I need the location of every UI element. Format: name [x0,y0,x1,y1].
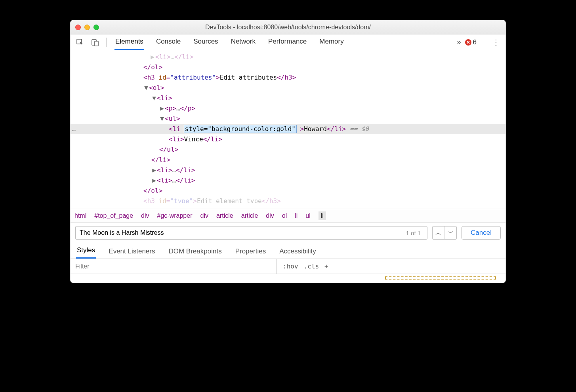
error-icon: ✕ [465,39,471,46]
dom-node[interactable]: <h3 id="attributes">Edit attributes</h3> [71,72,505,83]
window-title: DevTools - localhost:8080/web/tools/chro… [71,24,505,31]
dom-node[interactable]: </ol> [71,62,505,72]
minimize-window-button[interactable] [84,25,90,30]
search-nav-buttons: ︿ ﹀ [432,226,457,240]
breadcrumb-item[interactable]: div [200,212,208,219]
close-window-button[interactable] [75,25,81,30]
tab-memory[interactable]: Memory [319,34,344,50]
search-cancel-button[interactable]: Cancel [462,226,501,240]
subtab-dom-breakpoints[interactable]: DOM Breakpoints [168,244,222,259]
expand-arrow-icon[interactable]: ▶ [150,52,155,62]
breadcrumb-item[interactable]: li [295,212,298,219]
breadcrumb-item[interactable]: ul [305,212,310,219]
hov-toggle[interactable]: :hov [283,263,298,270]
tab-elements[interactable]: Elements [114,34,144,50]
dom-node[interactable]: ▼<ul> [71,114,505,124]
tab-console[interactable]: Console [155,34,181,50]
styles-pane [71,274,505,283]
elements-dom-tree[interactable]: ▶<li>…</li></ol><h3 id="attributes">Edit… [71,50,505,209]
dom-breadcrumb: html#top_of_pagediv#gc-wrapperdivarticle… [71,209,505,223]
breadcrumb-item[interactable]: html [74,212,86,219]
devtools-window: DevTools - localhost:8080/web/tools/chro… [70,20,506,283]
collapse-arrow-icon[interactable]: ▼ [151,93,157,103]
subtab-properties[interactable]: Properties [235,244,267,259]
panel-tabs: ElementsConsoleSourcesNetworkPerformance… [114,34,455,50]
dom-node[interactable]: </li> [71,155,505,165]
device-toolbar-icon[interactable] [89,37,101,48]
separator [106,38,107,47]
collapse-arrow-icon[interactable]: ▼ [159,114,165,124]
dom-node[interactable]: ▶<li>…</li> [71,52,505,62]
dom-node[interactable]: </ol> [71,186,505,196]
separator [483,38,483,47]
attribute-edit-input[interactable]: style="background-color:gold" [184,125,296,133]
titlebar: DevTools - localhost:8080/web/tools/chro… [71,20,505,34]
search-box: 1 of 1 [75,226,427,240]
dom-node[interactable]: ▼<li> [71,93,505,103]
dom-node[interactable]: <li>Vince</li> [71,134,505,145]
expand-arrow-icon[interactable]: ▶ [159,103,165,114]
dom-node[interactable]: </ul> [71,145,505,155]
subtab-event-listeners[interactable]: Event Listeners [108,244,156,259]
breadcrumb-item[interactable]: div [266,212,274,219]
tab-sources[interactable]: Sources [193,34,219,50]
new-style-rule-button[interactable]: + [324,263,328,270]
tab-performance[interactable]: Performance [267,34,307,50]
breadcrumb-item[interactable]: #gc-wrapper [157,212,193,219]
search-match-count: 1 of 1 [406,230,423,236]
inherited-section-outline [385,276,496,280]
zoom-window-button[interactable] [93,25,99,30]
styles-filter [71,259,277,274]
more-tabs-icon[interactable]: » [457,38,461,46]
svg-rect-2 [95,41,98,46]
cls-toggle[interactable]: .cls [304,263,319,270]
breadcrumb-item[interactable]: li [319,211,326,220]
inspect-element-icon[interactable] [74,37,86,48]
breadcrumb-item[interactable]: article [216,212,233,219]
window-controls [75,25,99,30]
styles-subtabs: StylesEvent ListenersDOM BreakpointsProp… [71,243,505,259]
search-input[interactable] [80,229,406,236]
dom-node[interactable]: ▼<ol> [71,83,505,93]
error-count: 6 [473,38,477,46]
breadcrumb-item[interactable]: div [141,212,149,219]
search-next-button[interactable]: ﹀ [444,226,456,239]
dom-node[interactable]: ▶<p>…</p> [71,103,505,114]
dom-node-selected[interactable]: <li style="background-color:gold" >Howar… [71,124,505,134]
error-count-badge[interactable]: ✕ 6 [465,38,477,46]
breadcrumb-item[interactable]: article [241,212,258,219]
tab-network[interactable]: Network [230,34,256,50]
main-toolbar: ElementsConsoleSourcesNetworkPerformance… [71,34,505,50]
subtab-styles[interactable]: Styles [76,243,96,259]
expand-arrow-icon[interactable]: ▶ [151,175,157,186]
breadcrumb-item[interactable]: #top_of_page [94,212,133,219]
styles-toolbar: :hov .cls + [71,259,505,274]
styles-filter-input[interactable] [75,263,271,270]
search-prev-button[interactable]: ︿ [433,226,444,239]
expand-arrow-icon[interactable]: ▶ [151,165,157,175]
search-bar: 1 of 1 ︿ ﹀ Cancel [71,223,505,243]
breadcrumb-item[interactable]: ol [282,212,287,219]
collapse-arrow-icon[interactable]: ▼ [143,83,149,93]
kebab-menu-icon[interactable]: ⋮ [490,38,502,47]
dom-node[interactable]: ▶<li>…</li> [71,175,505,186]
subtab-accessibility[interactable]: Accessibility [278,244,317,259]
dom-node[interactable]: ▶<li>…</li> [71,165,505,175]
